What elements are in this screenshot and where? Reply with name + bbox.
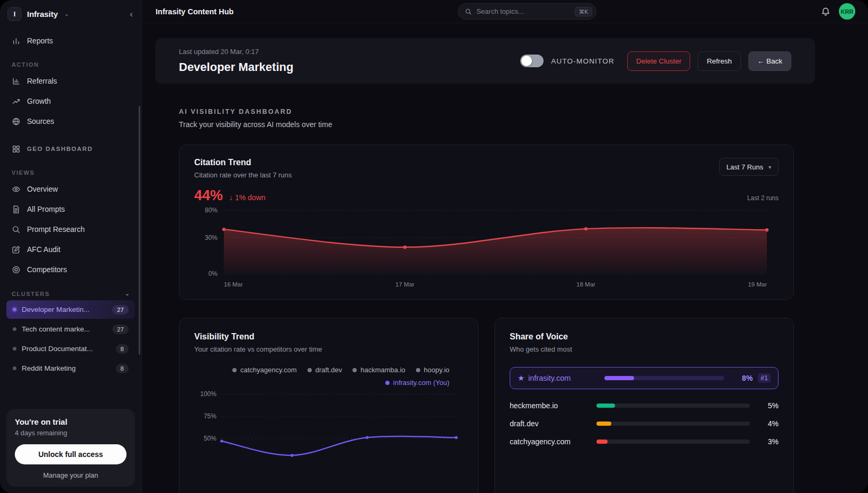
share-of-voice-subtitle: Who gets cited most bbox=[510, 345, 779, 353]
manage-plan-link[interactable]: Manage your plan bbox=[15, 471, 126, 479]
last-updated-text: Last updated 20 Mar, 0:17 bbox=[179, 48, 293, 56]
runs-range-dropdown[interactable]: Last 7 Runs ▾ bbox=[719, 158, 779, 176]
cluster-label: Reddit Marketing bbox=[22, 364, 76, 372]
share-domain-label: ★infrasity.com bbox=[518, 374, 601, 382]
svg-text:16 Mar: 16 Mar bbox=[224, 281, 243, 288]
share-value: 5% bbox=[760, 401, 779, 410]
share-value: 8% bbox=[734, 374, 753, 382]
cluster-count-badge: 8 bbox=[116, 364, 129, 373]
sidebar-item-label: Reports bbox=[27, 37, 53, 45]
citation-rate-value: 44% bbox=[194, 187, 223, 204]
eye-icon bbox=[12, 185, 21, 194]
sidebar-item-overview[interactable]: Overview bbox=[6, 179, 135, 199]
citation-trend-card: Citation Trend Citation rate over the la… bbox=[179, 145, 794, 300]
chart-box-icon bbox=[12, 77, 21, 86]
share-of-voice-title: Share of Voice bbox=[510, 332, 779, 342]
search-input[interactable] bbox=[476, 7, 570, 15]
visibility-trend-subtitle: Your citation rate vs competitors over t… bbox=[194, 345, 463, 353]
unlock-full-access-button[interactable]: Unlock full access bbox=[15, 444, 126, 464]
visibility-legend: catchyagency.comdraft.devhackmamba.iohoo… bbox=[194, 366, 463, 387]
cluster-dot-icon bbox=[13, 308, 16, 311]
auto-monitor-toggle[interactable] bbox=[520, 55, 544, 67]
share-bar-fill bbox=[596, 422, 611, 426]
sidebar-item-competitors[interactable]: Competitors bbox=[6, 259, 135, 280]
share-domain-label: draft.dev bbox=[510, 419, 593, 428]
chevron-down-icon[interactable]: ⌄ bbox=[125, 290, 130, 297]
share-value: 4% bbox=[760, 419, 779, 428]
trial-title: You're on trial bbox=[15, 417, 126, 426]
share-domain-label: catchyagency.com bbox=[510, 437, 593, 446]
globe-icon bbox=[12, 117, 21, 126]
legend-item-draft-dev: draft.dev bbox=[308, 366, 342, 374]
cluster-item-product-documentat[interactable]: Product Documentat...8 bbox=[6, 339, 135, 358]
runs-range-value: Last 7 Runs bbox=[727, 163, 763, 171]
svg-text:80%: 80% bbox=[205, 207, 218, 214]
section-label-action: ACTION bbox=[12, 61, 130, 68]
sidebar-item-label: Sources bbox=[27, 117, 54, 126]
sidebar-item-prompt-research[interactable]: Prompt Research bbox=[6, 219, 135, 239]
auto-monitor-label: AUTO-MONITOR bbox=[551, 57, 614, 65]
share-row-heckmembe-io: heckmembe.io5% bbox=[510, 397, 779, 415]
rank-badge: #1 bbox=[758, 373, 771, 383]
notification-bell-icon[interactable] bbox=[821, 7, 830, 16]
visibility-trend-title: Visibility Trend bbox=[194, 332, 463, 342]
back-button[interactable]: ← Back bbox=[748, 51, 791, 71]
sidebar-item-label: GEO DASHBOARD bbox=[27, 146, 93, 152]
svg-text:19 Mar: 19 Mar bbox=[748, 281, 767, 288]
cluster-item-developer-marketin[interactable]: Developer Marketin...27 bbox=[6, 300, 135, 319]
share-bar-track bbox=[596, 440, 750, 444]
chevron-down-icon: ▾ bbox=[768, 164, 771, 170]
cluster-dot-icon bbox=[13, 366, 16, 370]
sidebar-item-geo-dashboard[interactable]: GEO DASHBOARD bbox=[6, 139, 135, 159]
avatar[interactable]: KRR bbox=[839, 3, 855, 20]
legend-dot-icon bbox=[385, 381, 390, 385]
legend-item-infrasity-com-you: infrasity.com (You) bbox=[385, 379, 449, 387]
cluster-dot-icon bbox=[13, 347, 16, 351]
search-icon bbox=[465, 8, 472, 15]
sidebar-item-sources[interactable]: Sources bbox=[6, 111, 135, 131]
sidebar-item-growth[interactable]: Growth bbox=[6, 91, 135, 111]
search-icon bbox=[12, 225, 21, 234]
legend-dot-icon bbox=[416, 368, 420, 372]
share-bar-track bbox=[596, 422, 750, 426]
share-row-catchyagency-com: catchyagency.com3% bbox=[510, 433, 779, 451]
bell-icon bbox=[821, 7, 830, 16]
brand-name[interactable]: Infrasity bbox=[27, 10, 58, 19]
sidebar-item-label: Referrals bbox=[27, 77, 57, 85]
delete-cluster-button[interactable]: Delete Cluster bbox=[627, 51, 691, 71]
sidebar-scrollbar[interactable] bbox=[139, 106, 140, 355]
grid-icon bbox=[12, 145, 21, 154]
legend-dot-icon bbox=[352, 368, 357, 372]
brand-chevron-down-icon[interactable]: ⌄ bbox=[64, 11, 69, 17]
sidebar-item-label: Prompt Research bbox=[27, 225, 85, 234]
svg-text:75%: 75% bbox=[204, 413, 216, 420]
search-shortcut-badge: ⌘K bbox=[575, 7, 593, 16]
sidebar-item-label: Competitors bbox=[27, 265, 67, 274]
svg-text:30%: 30% bbox=[205, 234, 218, 241]
share-value: 3% bbox=[760, 437, 779, 446]
cluster-label: Tech content marke... bbox=[22, 325, 90, 333]
sidebar-item-afc-audit[interactable]: AFC Audit bbox=[6, 239, 135, 259]
sidebar-item-referrals[interactable]: Referrals bbox=[6, 71, 135, 91]
citation-trend-title: Citation Trend bbox=[194, 158, 292, 167]
search-box[interactable]: ⌘K bbox=[458, 3, 596, 20]
brand-logo[interactable]: I bbox=[7, 7, 22, 21]
file-icon bbox=[12, 205, 21, 214]
share-bar-fill bbox=[604, 376, 634, 380]
sidebar-item-label: Overview bbox=[27, 185, 58, 193]
visibility-trend-card: Visibility Trend Your citation rate vs c… bbox=[179, 318, 478, 493]
share-bar-fill bbox=[596, 440, 608, 444]
sidebar-item-all-prompts[interactable]: All Prompts bbox=[6, 199, 135, 219]
cluster-item-reddit-marketing[interactable]: Reddit Marketing8 bbox=[6, 359, 135, 378]
main-area: Infrasity Content Hub ⌘K KRR Last update… bbox=[142, 0, 868, 493]
share-row-infrasity-com[interactable]: ★infrasity.com8%#1 bbox=[510, 367, 779, 389]
sidebar-collapse-icon[interactable]: ‹ bbox=[130, 10, 133, 19]
share-bar-track bbox=[596, 404, 750, 408]
section-label-clusters: CLUSTERS⌄ bbox=[12, 290, 130, 297]
refresh-button[interactable]: Refresh bbox=[698, 51, 740, 71]
sidebar-item-reports[interactable]: Reports bbox=[6, 31, 135, 51]
brand-logo-letter: I bbox=[14, 10, 16, 18]
trending-up-icon bbox=[12, 97, 21, 106]
svg-text:0%: 0% bbox=[209, 270, 218, 277]
cluster-item-tech-content-marke[interactable]: Tech content marke...27 bbox=[6, 320, 135, 338]
